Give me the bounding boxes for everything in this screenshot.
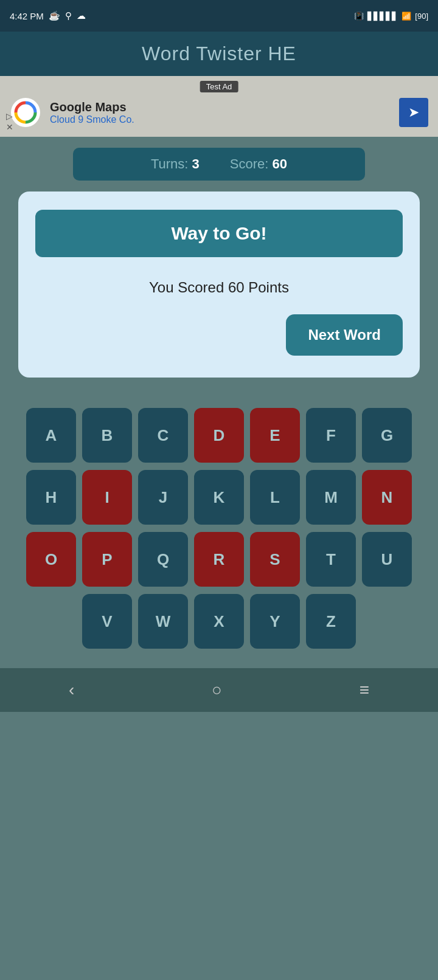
key-h[interactable]: H xyxy=(26,470,76,525)
whatsapp-icon: ☕ xyxy=(49,10,60,21)
key-q[interactable]: Q xyxy=(138,532,188,587)
ad-company: Google Maps xyxy=(50,100,134,114)
score-value: 60 xyxy=(273,156,287,171)
keyboard-row-0: ABCDEFG xyxy=(10,408,428,463)
key-r[interactable]: R xyxy=(194,532,244,587)
app-header: Word Twister HE xyxy=(0,32,438,76)
ad-subtitle: Cloud 9 Smoke Co. xyxy=(50,114,134,125)
usb-icon: ⚲ xyxy=(65,10,72,21)
key-f[interactable]: F xyxy=(306,408,356,463)
score-label: Score: 60 xyxy=(230,156,287,172)
key-k[interactable]: K xyxy=(194,470,244,525)
modal-footer: Next Word xyxy=(35,314,403,356)
key-l[interactable]: L xyxy=(250,470,300,525)
ad-arrow-icon[interactable]: ➤ xyxy=(399,98,428,127)
status-left: 4:42 PM ☕ ⚲ ☁ xyxy=(10,10,86,21)
way-to-go-button[interactable]: Way to Go! xyxy=(35,210,403,257)
status-bar: 4:42 PM ☕ ⚲ ☁ 📳 ▋▋▋▋▋ 📶 [90] xyxy=(0,0,438,32)
key-o[interactable]: O xyxy=(26,532,76,587)
key-s[interactable]: S xyxy=(250,532,300,587)
keyboard-area: ABCDEFGHIJKLMNOPQRSTUVWXYZ xyxy=(0,396,438,662)
key-m[interactable]: M xyxy=(306,470,356,525)
key-e[interactable]: E xyxy=(250,408,300,463)
ad-banner[interactable]: Test Ad Google Maps Cloud 9 Smoke Co. ➤ … xyxy=(0,76,438,137)
home-button[interactable]: ○ xyxy=(212,680,222,700)
vibrate-icon: 📳 xyxy=(354,12,364,21)
ad-label: Test Ad xyxy=(200,81,238,92)
ad-controls: ▷ ✕ xyxy=(6,111,13,132)
key-x[interactable]: X xyxy=(194,594,244,649)
ad-play-icon: ▷ xyxy=(6,111,13,121)
key-b[interactable]: B xyxy=(82,408,132,463)
key-i[interactable]: I xyxy=(82,470,132,525)
key-a[interactable]: A xyxy=(26,408,76,463)
score-bar: Turns: 3 Score: 60 xyxy=(73,148,365,181)
key-g[interactable]: G xyxy=(362,408,412,463)
wifi-icon: 📶 xyxy=(401,12,411,21)
key-j[interactable]: J xyxy=(138,470,188,525)
keyboard-row-1: HIJKLMN xyxy=(10,470,428,525)
key-c[interactable]: C xyxy=(138,408,188,463)
ad-text-block: Google Maps Cloud 9 Smoke Co. xyxy=(50,100,134,125)
battery-icon: [90] xyxy=(415,12,428,21)
nav-bar: ‹ ○ ≡ xyxy=(0,668,438,712)
ad-content: Google Maps Cloud 9 Smoke Co. xyxy=(10,97,134,128)
key-n[interactable]: N xyxy=(362,470,412,525)
score-message: You Scored 60 Points xyxy=(35,279,403,296)
cloud-icon: ☁ xyxy=(77,10,86,21)
google-logo xyxy=(10,97,41,128)
key-p[interactable]: P xyxy=(82,532,132,587)
menu-button[interactable]: ≡ xyxy=(360,680,369,700)
key-t[interactable]: T xyxy=(306,532,356,587)
next-word-button[interactable]: Next Word xyxy=(286,314,403,356)
app-title: Word Twister HE xyxy=(142,43,296,64)
turns-value: 3 xyxy=(192,156,200,171)
key-v[interactable]: V xyxy=(82,594,132,649)
back-button[interactable]: ‹ xyxy=(69,680,74,700)
key-d[interactable]: D xyxy=(194,408,244,463)
signal-icon: ▋▋▋▋▋ xyxy=(367,12,398,21)
key-y[interactable]: Y xyxy=(250,594,300,649)
turns-label: Turns: 3 xyxy=(151,156,200,172)
key-w[interactable]: W xyxy=(138,594,188,649)
status-right: 📳 ▋▋▋▋▋ 📶 [90] xyxy=(354,12,428,21)
keyboard-row-2: OPQRSTU xyxy=(10,532,428,587)
ad-close-icon[interactable]: ✕ xyxy=(6,122,13,132)
key-z[interactable]: Z xyxy=(306,594,356,649)
key-u[interactable]: U xyxy=(362,532,412,587)
keyboard-row-3: VWXYZ xyxy=(10,594,428,649)
modal-card: Way to Go! You Scored 60 Points Next Wor… xyxy=(18,192,420,378)
time: 4:42 PM xyxy=(10,11,44,21)
